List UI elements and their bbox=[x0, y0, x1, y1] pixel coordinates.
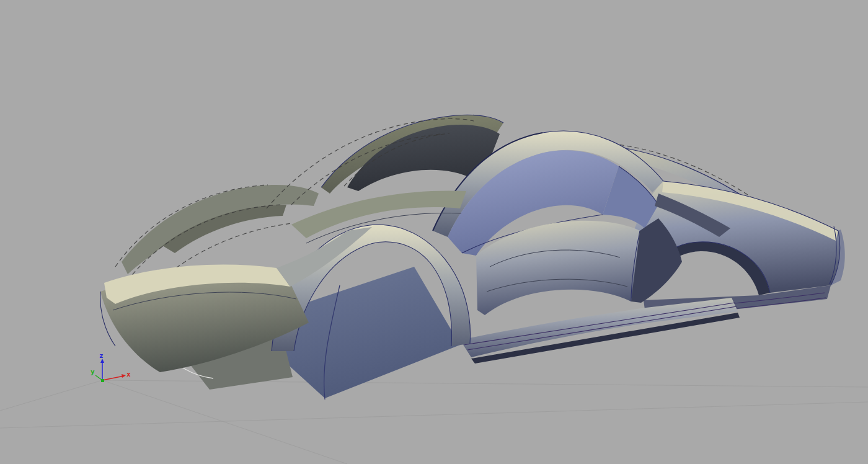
z-axis-label: z bbox=[99, 352, 104, 360]
x-axis-label: x bbox=[126, 370, 131, 378]
viewport-canvas[interactable]: z y x bbox=[0, 0, 868, 464]
cad-viewport[interactable]: z y x bbox=[0, 0, 868, 464]
origin-point bbox=[101, 379, 104, 382]
y-axis-label: y bbox=[91, 368, 95, 376]
